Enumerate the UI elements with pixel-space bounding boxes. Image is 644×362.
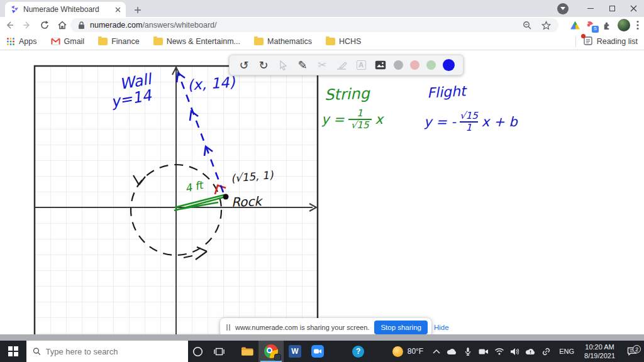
- bookmark-label: Apps: [19, 37, 37, 46]
- image-tool-icon[interactable]: [374, 58, 387, 72]
- url-text: numerade.com/answers/whiteboard/: [90, 21, 217, 30]
- search-input[interactable]: [46, 347, 182, 356]
- screencast-extension-icon[interactable]: 5: [586, 19, 596, 31]
- taskbar-clock[interactable]: 10:20 AM 8/19/2021: [579, 343, 620, 361]
- cortana-icon[interactable]: [188, 341, 208, 362]
- reading-list-icon: [584, 36, 592, 47]
- flight-eq-numerator: √15: [460, 111, 478, 121]
- google-drive-icon[interactable]: [570, 21, 580, 30]
- unread-dot: [581, 34, 586, 38]
- flight-eq-fraction: √15 1: [460, 111, 478, 133]
- color-blue-button[interactable]: [443, 59, 455, 71]
- chrome-update-icon[interactable]: [557, 3, 569, 14]
- lock-icon: [78, 21, 85, 30]
- flight-eq-denominator: 1: [460, 121, 478, 133]
- color-red-button[interactable]: [410, 60, 419, 70]
- string-eq-numerator: 1: [348, 108, 372, 119]
- onedrive-icon[interactable]: [444, 341, 460, 362]
- zoom-taskbar-icon[interactable]: [306, 341, 329, 362]
- browser-tab[interactable]: Numerade Whiteboard: [5, 2, 126, 17]
- taskbar-search[interactable]: [26, 341, 189, 362]
- bookmark-label: Mathematics: [267, 37, 312, 46]
- tray-chevron-up-icon[interactable]: [428, 341, 444, 362]
- window-bottom-strip: [0, 334, 644, 341]
- share-message: www.numerade.com is sharing your screen.: [235, 324, 369, 331]
- extension-badge: 5: [592, 26, 599, 33]
- extensions-puzzle-icon[interactable]: [602, 21, 611, 30]
- ink-string-label: String: [325, 85, 370, 104]
- stop-sharing-button[interactable]: Stop sharing: [374, 321, 428, 334]
- tab-close-icon[interactable]: [115, 7, 121, 13]
- string-eq-fraction: 1 √15: [348, 108, 372, 130]
- help-taskbar-icon[interactable]: ?: [347, 341, 369, 362]
- weather-widget[interactable]: 80°F: [387, 341, 428, 362]
- volume-icon[interactable]: [507, 341, 523, 362]
- tab-strip: Numerade Whiteboard: [0, 0, 644, 17]
- color-green-button[interactable]: [426, 60, 436, 70]
- minimize-button[interactable]: [580, 0, 601, 17]
- redo-icon[interactable]: ↻: [257, 58, 270, 72]
- eraser-icon[interactable]: [335, 58, 348, 72]
- pen-icon[interactable]: ✎: [296, 58, 309, 72]
- notification-badge: 2: [633, 345, 641, 353]
- cursor-icon[interactable]: [277, 58, 289, 72]
- back-button[interactable]: [1, 17, 18, 33]
- search-icon: [33, 347, 41, 356]
- bookmark-apps[interactable]: Apps: [6, 37, 37, 46]
- start-button[interactable]: [0, 341, 26, 362]
- rock-dot: [223, 194, 229, 200]
- nav-bar: numerade.com/answers/whiteboard/ 5: [0, 17, 644, 33]
- screen: Numerade Whiteboard: [0, 0, 644, 362]
- onedrive-alert-icon[interactable]: [523, 341, 538, 362]
- string-eq-lhs: y =: [321, 112, 345, 127]
- task-view-icon[interactable]: [208, 341, 230, 362]
- folder-icon: [98, 38, 108, 45]
- bookmark-news[interactable]: News & Entertainm...: [153, 37, 240, 46]
- bookmark-label: Gmail: [64, 37, 85, 46]
- extensions-row: 5: [570, 17, 639, 33]
- camera-icon[interactable]: [475, 341, 491, 362]
- chrome-taskbar-icon[interactable]: [258, 341, 284, 362]
- scissors-icon[interactable]: ✂: [316, 58, 328, 72]
- ink-flight-label: Flight: [426, 83, 466, 101]
- new-tab-button[interactable]: [131, 3, 145, 17]
- bookmark-mathematics[interactable]: Mathematics: [254, 37, 312, 46]
- language-indicator[interactable]: ENG: [554, 348, 579, 355]
- reading-list-button[interactable]: Reading list: [575, 36, 638, 47]
- whiteboard-canvas[interactable]: [0, 50, 644, 334]
- bookmark-gmail[interactable]: Gmail: [51, 37, 85, 46]
- drag-handle-icon[interactable]: [226, 324, 230, 331]
- forward-button[interactable]: [19, 17, 35, 33]
- folder-icon: [326, 38, 335, 45]
- bookmark-star-icon[interactable]: [541, 21, 551, 30]
- chrome-menu-icon[interactable]: [636, 20, 639, 30]
- microphone-icon[interactable]: [460, 341, 475, 362]
- refresh-button[interactable]: [36, 17, 53, 33]
- home-button[interactable]: [54, 17, 70, 33]
- wifi-icon[interactable]: [491, 341, 507, 362]
- help-icon: ?: [352, 346, 364, 358]
- undo-icon[interactable]: ↺: [238, 58, 250, 72]
- hide-link[interactable]: Hide: [434, 324, 449, 331]
- date: 8/19/2021: [584, 351, 615, 360]
- color-gray-button[interactable]: [394, 60, 403, 70]
- gmail-icon: [51, 38, 60, 45]
- word-taskbar-icon[interactable]: W: [284, 341, 306, 362]
- zoom-logo-icon: [311, 345, 324, 358]
- profile-avatar[interactable]: [618, 19, 630, 31]
- folder-icon: [254, 38, 264, 45]
- close-button[interactable]: [623, 0, 644, 17]
- action-center-button[interactable]: 2: [620, 347, 644, 356]
- link-icon[interactable]: [538, 341, 554, 362]
- bookmark-hchs[interactable]: HCHS: [326, 37, 361, 46]
- address-bar[interactable]: numerade.com/answers/whiteboard/: [70, 18, 558, 32]
- system-tray: ENG 10:20 AM 8/19/2021 2: [428, 341, 644, 362]
- time: 10:20 AM: [584, 343, 615, 351]
- bookmark-finance[interactable]: Finance: [98, 37, 139, 46]
- maximize-button[interactable]: [601, 0, 623, 17]
- zoom-page-icon[interactable]: [523, 21, 531, 30]
- ink-top-point: (x, 14): [187, 74, 235, 93]
- text-tool-icon[interactable]: A: [355, 58, 367, 72]
- file-explorer-icon[interactable]: [236, 341, 258, 362]
- bookmark-label: HCHS: [339, 37, 361, 46]
